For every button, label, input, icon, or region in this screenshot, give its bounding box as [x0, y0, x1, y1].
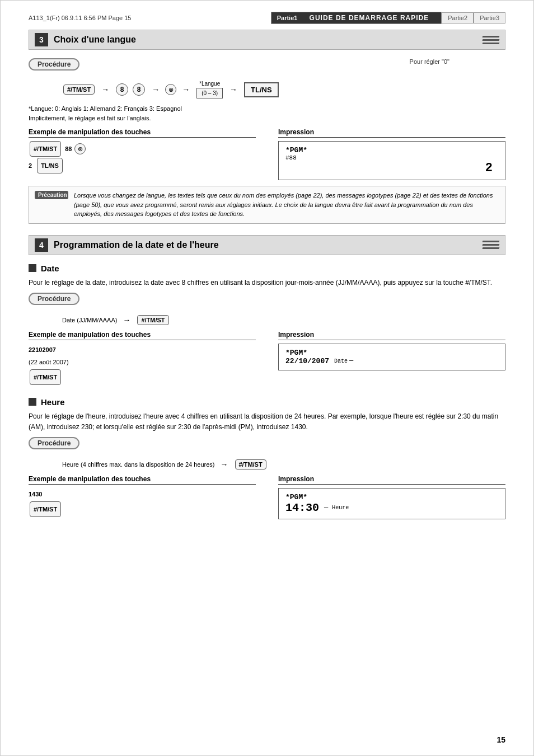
key-8-2: 8	[133, 83, 145, 96]
heure-square	[29, 398, 36, 406]
impression-time: 14:30	[285, 501, 319, 514]
heure-flow: Heure (4 chiffres max. dans la dispositi…	[62, 459, 505, 469]
pgm-label-2: *PGM*	[285, 349, 498, 357]
section-4-title: Programmation de la date et de l'heure	[54, 240, 219, 250]
tlns-key: TL/NS	[244, 82, 279, 97]
num-2: 2	[29, 159, 32, 172]
section-4-decoration	[483, 241, 499, 249]
arrow-1: →	[101, 85, 109, 94]
pgm-sub-1: #88	[285, 154, 498, 161]
section-3-decoration	[483, 36, 499, 44]
procedure-flow-1: #/TM/ST → 8 8 → ⊗ → *Langue (0 – 3) → TL…	[62, 81, 505, 98]
heure-val1: 1430	[29, 488, 256, 500]
impression-box-1: *PGM* #88 2	[278, 141, 505, 180]
dash-icon: —	[349, 357, 353, 365]
impression-col-2: Impression *PGM* 22/10/2007 Date —	[278, 331, 505, 370]
page-number: 15	[496, 735, 505, 744]
procedure-badge-1: Procédure	[29, 58, 79, 71]
dash-icon-2: —	[324, 504, 328, 512]
heure-header: Heure	[29, 397, 505, 407]
partie2-tab[interactable]: Partie2	[442, 12, 474, 24]
impression-date-row: 22/10/2007 Date —	[285, 357, 498, 365]
date-flow-key: #/TM/ST	[137, 315, 168, 325]
example-keys-col-2: Exemple de manipulation des touches 2210…	[29, 331, 256, 386]
header-right: Partie1 GUIDE DE DEMARRAGE RAPIDE Partie…	[271, 12, 505, 24]
header: A113_1(Fr) 06.9.11 6:56 PM Page 15 Parti…	[29, 12, 505, 24]
impression-box-2: *PGM* 22/10/2007 Date —	[278, 344, 505, 370]
page: A113_1(Fr) 06.9.11 6:56 PM Page 15 Parti…	[0, 0, 534, 756]
procedure-badge-2: Procédure	[29, 293, 79, 305]
section-3-header: 3 Choix d'une langue	[29, 30, 505, 50]
precaution-badge: Précaution	[35, 191, 68, 199]
section-3-number: 3	[35, 33, 48, 46]
impression-header-1: Impression	[278, 128, 505, 138]
impression-time-label: Heure	[332, 505, 349, 511]
pgm-label-1: *PGM*	[285, 146, 498, 154]
partie1-tab[interactable]: Partie1 GUIDE DE DEMARRAGE RAPIDE	[271, 12, 442, 24]
date-title: Date	[41, 264, 59, 273]
langue-inner-box: (0 – 3)	[196, 88, 223, 98]
date-arrow: →	[123, 316, 130, 325]
heure-flow-label: Heure (4 chiffres max. dans la dispositi…	[62, 461, 215, 468]
pgm-label-3: *PGM*	[285, 493, 498, 501]
section-4-header: 4 Programmation de la date et de l'heure	[29, 235, 505, 255]
date-flow: Date (JJ/MM/AAAA) → #/TM/ST	[62, 315, 505, 325]
heure-title: Heure	[41, 397, 65, 407]
arrow-3: →	[182, 85, 190, 94]
impression-date: 22/10/2007	[285, 357, 329, 365]
arrow-4: →	[229, 85, 237, 94]
lang-note-above: Pour régler "0"	[410, 58, 449, 65]
example-keys-3: 1430 #/TM/ST	[29, 488, 256, 517]
example-header-1: Exemple de manipulation des touches	[29, 128, 256, 138]
header-left-text: A113_1(Fr) 06.9.11 6:56 PM Page 15	[29, 15, 131, 21]
heure-key: #/TM/ST	[30, 501, 61, 517]
impression-time-row: 14:30 — Heure	[285, 501, 498, 514]
section-4: 4 Programmation de la date et de l'heure…	[29, 235, 505, 520]
arrow-2: →	[152, 85, 160, 94]
langue-box: *Langue (0 – 3)	[195, 81, 224, 98]
precaution-box: Précaution Lorsque vous changez de langu…	[29, 186, 505, 224]
example-keys-2: 22102007 (22 août 2007) #/TM/ST	[29, 344, 256, 385]
section-3-title: Choix d'une langue	[54, 35, 136, 45]
example-section-3: Exemple de manipulation des touches 1430…	[29, 475, 505, 519]
date-key: #/TM/ST	[30, 369, 61, 385]
example-keys-col-1: Exemple de manipulation des touches #/TM…	[29, 128, 256, 175]
impression-header-3: Impression	[278, 475, 505, 485]
heure-key-row: #/TM/ST	[29, 501, 256, 517]
precaution-text: Lorsque vous changez de langue, les text…	[74, 191, 499, 219]
date-square	[29, 264, 36, 272]
date-body: Pour le réglage de la date, introduisez …	[29, 278, 505, 288]
section-4-number: 4	[35, 238, 48, 252]
key-8-1: 8	[116, 83, 128, 96]
example-keys-col-3: Exemple de manipulation des touches 1430…	[29, 475, 256, 518]
date-val2: (22 août 2007)	[29, 356, 256, 368]
example-keys-1: #/TM/ST 88 ⊗ 2 TL/NS	[29, 141, 256, 173]
impression-date-label: Date	[334, 358, 348, 364]
impression-val-1: 2	[285, 161, 498, 175]
impression-col-1: Impression *PGM* #88 2	[278, 128, 505, 180]
impression-header-2: Impression	[278, 331, 505, 340]
example-section-1: Exemple de manipulation des touches #/TM…	[29, 128, 505, 180]
num-88: 88	[65, 143, 72, 155]
htmst-key-1: #/TM/ST	[63, 84, 95, 95]
example-section-2: Exemple de manipulation des touches 2210…	[29, 331, 505, 386]
partie3-tab[interactable]: Partie3	[474, 12, 505, 24]
heure-arrow: →	[221, 460, 228, 469]
heure-body: Pour le réglage de l'heure, introduisez …	[29, 411, 505, 433]
date-val1: 22102007	[29, 344, 256, 356]
impression-box-3: *PGM* 14:30 — Heure	[278, 488, 505, 519]
htmst-ex1: #/TM/ST	[30, 141, 61, 157]
key-row-1: #/TM/ST 88 ⊗	[29, 141, 256, 157]
impression-col-3: Impression *PGM* 14:30 — Heure	[278, 475, 505, 519]
x-key: ⊗	[165, 84, 176, 95]
guide-label: GUIDE DE DEMARRAGE RAPIDE	[303, 12, 436, 24]
date-key-row: #/TM/ST	[29, 369, 256, 385]
date-header: Date	[29, 264, 505, 273]
date-flow-label: Date (JJ/MM/AAAA)	[62, 317, 117, 323]
asterisk-note: *Langue: 0: Anglais 1: Allemand 2: Franç…	[29, 104, 505, 123]
heure-flow-key: #/TM/ST	[235, 459, 266, 469]
x-mark-ex: ⊗	[74, 143, 86, 154]
heure-subsection: Heure Pour le réglage de l'heure, introd…	[29, 397, 505, 519]
date-subsection: Date Pour le réglage de la date, introdu…	[29, 264, 505, 386]
example-header-3: Exemple de manipulation des touches	[29, 475, 256, 485]
